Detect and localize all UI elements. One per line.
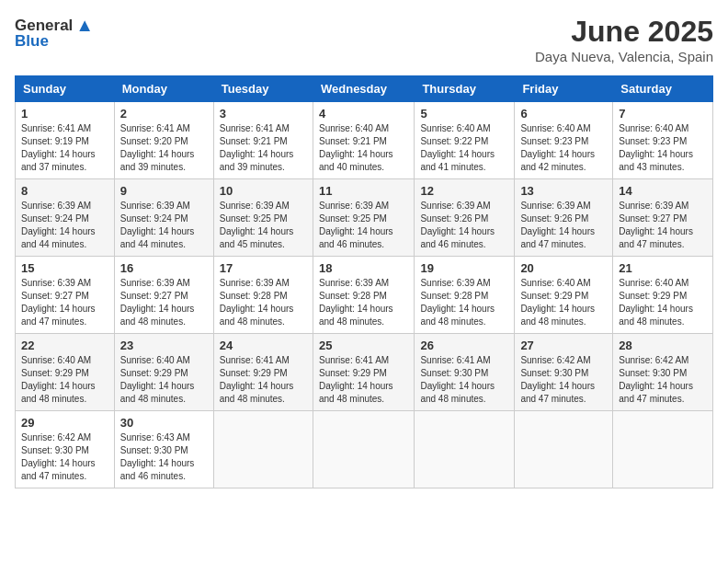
day-info: Sunrise: 6:39 AMSunset: 9:26 PMDaylight:… — [420, 200, 508, 251]
day-info: Sunrise: 6:39 AMSunset: 9:28 PMDaylight:… — [220, 277, 307, 328]
day-info: Sunrise: 6:42 AMSunset: 9:30 PMDaylight:… — [619, 354, 707, 406]
calendar-cell: 4Sunrise: 6:40 AMSunset: 9:21 PMDaylight… — [313, 102, 414, 179]
calendar-cell — [613, 411, 713, 488]
day-number: 9 — [120, 184, 208, 198]
calendar-cell: 5Sunrise: 6:40 AMSunset: 9:22 PMDaylight… — [415, 102, 515, 179]
header-thursday: Thursday — [415, 76, 515, 102]
day-number: 25 — [319, 339, 408, 352]
day-number: 16 — [120, 261, 208, 275]
day-number: 1 — [21, 107, 108, 121]
day-number: 7 — [619, 107, 707, 121]
day-number: 13 — [520, 184, 607, 198]
day-info: Sunrise: 6:39 AMSunset: 9:24 PMDaylight:… — [21, 200, 108, 251]
day-info: Sunrise: 6:39 AMSunset: 9:28 PMDaylight:… — [420, 277, 508, 328]
day-info: Sunrise: 6:40 AMSunset: 9:23 PMDaylight:… — [520, 122, 607, 174]
day-info: Sunrise: 6:40 AMSunset: 9:23 PMDaylight:… — [619, 122, 707, 174]
day-number: 28 — [619, 339, 707, 352]
header-tuesday: Tuesday — [213, 76, 313, 102]
day-info: Sunrise: 6:39 AMSunset: 9:26 PMDaylight:… — [520, 200, 607, 251]
header-friday: Friday — [515, 76, 613, 102]
header-saturday: Saturday — [613, 76, 713, 102]
calendar-cell: 17Sunrise: 6:39 AMSunset: 9:28 PMDayligh… — [213, 257, 313, 334]
day-number: 24 — [220, 339, 307, 352]
calendar-cell: 21Sunrise: 6:40 AMSunset: 9:29 PMDayligh… — [613, 257, 713, 334]
day-number: 26 — [420, 339, 508, 352]
header-monday: Monday — [114, 76, 213, 102]
day-info: Sunrise: 6:42 AMSunset: 9:30 PMDaylight:… — [520, 354, 607, 406]
calendar-cell: 12Sunrise: 6:39 AMSunset: 9:26 PMDayligh… — [415, 179, 515, 257]
calendar-cell: 29Sunrise: 6:42 AMSunset: 9:30 PMDayligh… — [16, 411, 115, 488]
day-number: 18 — [319, 261, 408, 275]
day-number: 21 — [619, 261, 707, 275]
day-info: Sunrise: 6:39 AMSunset: 9:27 PMDaylight:… — [120, 277, 208, 328]
day-number: 3 — [220, 107, 307, 121]
day-info: Sunrise: 6:40 AMSunset: 9:29 PMDaylight:… — [120, 354, 208, 406]
day-info: Sunrise: 6:39 AMSunset: 9:24 PMDaylight:… — [120, 200, 208, 251]
day-info: Sunrise: 6:41 AMSunset: 9:21 PMDaylight:… — [220, 122, 307, 174]
day-number: 5 — [420, 107, 508, 121]
calendar-cell — [415, 411, 515, 488]
calendar-cell: 8Sunrise: 6:39 AMSunset: 9:24 PMDaylight… — [16, 179, 115, 257]
day-number: 23 — [120, 339, 208, 352]
day-number: 30 — [120, 416, 208, 430]
day-info: Sunrise: 6:39 AMSunset: 9:28 PMDaylight:… — [319, 277, 408, 328]
day-number: 14 — [619, 184, 707, 198]
calendar-cell: 11Sunrise: 6:39 AMSunset: 9:25 PMDayligh… — [313, 179, 414, 257]
day-info: Sunrise: 6:41 AMSunset: 9:30 PMDaylight:… — [420, 354, 508, 406]
header-wednesday: Wednesday — [313, 76, 414, 102]
day-info: Sunrise: 6:40 AMSunset: 9:29 PMDaylight:… — [619, 277, 707, 328]
calendar-week-row: 29Sunrise: 6:42 AMSunset: 9:30 PMDayligh… — [16, 411, 713, 488]
day-info: Sunrise: 6:40 AMSunset: 9:29 PMDaylight:… — [520, 277, 607, 328]
calendar-cell: 30Sunrise: 6:43 AMSunset: 9:30 PMDayligh… — [114, 411, 213, 488]
calendar-cell: 20Sunrise: 6:40 AMSunset: 9:29 PMDayligh… — [515, 257, 613, 334]
header: General ▲ Blue June 2025 Daya Nueva, Val… — [15, 15, 713, 64]
day-info: Sunrise: 6:40 AMSunset: 9:29 PMDaylight:… — [21, 354, 108, 406]
calendar-cell: 18Sunrise: 6:39 AMSunset: 9:28 PMDayligh… — [313, 257, 414, 334]
calendar-week-row: 15Sunrise: 6:39 AMSunset: 9:27 PMDayligh… — [16, 257, 713, 334]
calendar-cell: 16Sunrise: 6:39 AMSunset: 9:27 PMDayligh… — [114, 257, 213, 334]
calendar-cell: 2Sunrise: 6:41 AMSunset: 9:20 PMDaylight… — [114, 102, 213, 179]
logo-bird-icon: ▲ — [75, 15, 94, 36]
day-info: Sunrise: 6:41 AMSunset: 9:19 PMDaylight:… — [21, 122, 108, 174]
calendar-cell: 9Sunrise: 6:39 AMSunset: 9:24 PMDaylight… — [114, 179, 213, 257]
calendar-cell: 26Sunrise: 6:41 AMSunset: 9:30 PMDayligh… — [415, 334, 515, 411]
day-number: 27 — [520, 339, 607, 352]
day-number: 8 — [21, 184, 108, 198]
calendar-cell: 10Sunrise: 6:39 AMSunset: 9:25 PMDayligh… — [213, 179, 313, 257]
day-info: Sunrise: 6:40 AMSunset: 9:21 PMDaylight:… — [319, 122, 408, 174]
day-number: 4 — [319, 107, 408, 121]
day-info: Sunrise: 6:41 AMSunset: 9:20 PMDaylight:… — [120, 122, 208, 174]
day-number: 22 — [21, 339, 108, 352]
day-number: 12 — [420, 184, 508, 198]
calendar-cell: 7Sunrise: 6:40 AMSunset: 9:23 PMDaylight… — [613, 102, 713, 179]
day-info: Sunrise: 6:39 AMSunset: 9:25 PMDaylight:… — [220, 200, 307, 251]
day-info: Sunrise: 6:39 AMSunset: 9:25 PMDaylight:… — [319, 200, 408, 251]
location-title: Daya Nueva, Valencia, Spain — [535, 49, 713, 64]
calendar-week-row: 22Sunrise: 6:40 AMSunset: 9:29 PMDayligh… — [16, 334, 713, 411]
day-info: Sunrise: 6:39 AMSunset: 9:27 PMDaylight:… — [21, 277, 108, 328]
calendar-cell: 1Sunrise: 6:41 AMSunset: 9:19 PMDaylight… — [16, 102, 115, 179]
day-number: 19 — [420, 261, 508, 275]
day-number: 2 — [120, 107, 208, 121]
calendar-week-row: 1Sunrise: 6:41 AMSunset: 9:19 PMDaylight… — [16, 102, 713, 179]
day-info: Sunrise: 6:43 AMSunset: 9:30 PMDaylight:… — [120, 431, 208, 483]
calendar-cell — [313, 411, 414, 488]
calendar-table: Sunday Monday Tuesday Wednesday Thursday… — [15, 75, 713, 488]
calendar-cell — [213, 411, 313, 488]
header-sunday: Sunday — [16, 76, 115, 102]
calendar-cell: 28Sunrise: 6:42 AMSunset: 9:30 PMDayligh… — [613, 334, 713, 411]
calendar-cell: 13Sunrise: 6:39 AMSunset: 9:26 PMDayligh… — [515, 179, 613, 257]
title-area: June 2025 Daya Nueva, Valencia, Spain — [535, 15, 713, 64]
logo: General ▲ Blue — [15, 15, 94, 51]
calendar-cell — [515, 411, 613, 488]
weekday-header-row: Sunday Monday Tuesday Wednesday Thursday… — [16, 76, 713, 102]
day-info: Sunrise: 6:42 AMSunset: 9:30 PMDaylight:… — [21, 431, 108, 483]
day-info: Sunrise: 6:41 AMSunset: 9:29 PMDaylight:… — [319, 354, 408, 406]
calendar-cell: 24Sunrise: 6:41 AMSunset: 9:29 PMDayligh… — [213, 334, 313, 411]
day-number: 15 — [21, 261, 108, 275]
day-number: 17 — [220, 261, 307, 275]
calendar-cell: 3Sunrise: 6:41 AMSunset: 9:21 PMDaylight… — [213, 102, 313, 179]
day-number: 11 — [319, 184, 408, 198]
calendar-cell: 15Sunrise: 6:39 AMSunset: 9:27 PMDayligh… — [16, 257, 115, 334]
calendar-cell: 14Sunrise: 6:39 AMSunset: 9:27 PMDayligh… — [613, 179, 713, 257]
